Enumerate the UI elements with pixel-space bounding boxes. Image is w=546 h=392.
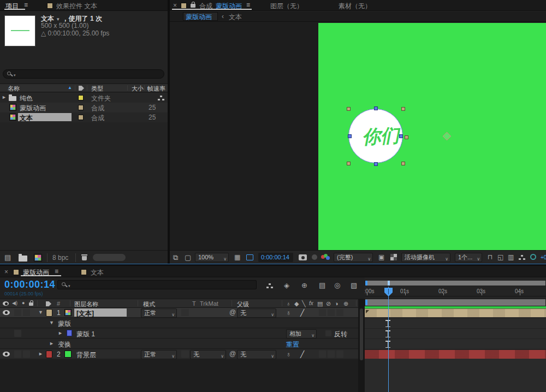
viewer-timecode[interactable]: 0:00:00:14 [261, 254, 289, 260]
column-fps[interactable]: 帧速率 [147, 85, 165, 93]
transform-label[interactable]: 变换 [58, 340, 71, 349]
switch-box[interactable] [336, 309, 343, 316]
twirl-down-icon[interactable]: ▼ [49, 320, 54, 325]
switch-box[interactable] [328, 309, 335, 316]
new-folder-icon[interactable] [19, 256, 27, 262]
frame-blending-icon[interactable]: ▤ [319, 282, 325, 289]
layer-name[interactable]: [文本] [76, 309, 94, 318]
grid-guides-icon[interactable]: ▦ [234, 254, 240, 260]
table-row[interactable]: 蒙版动画 合成 25 [0, 103, 168, 112]
twirl-down-icon[interactable]: ▼ [38, 310, 43, 315]
masks-group-row[interactable]: ▼ 蒙版 [0, 318, 361, 328]
mask-name[interactable]: 蒙版 1 [76, 330, 95, 339]
trkmat-dropdown[interactable]: 无 ∨ [190, 350, 226, 359]
bit-depth-button[interactable]: 8 bpc [52, 254, 68, 262]
new-composition-icon[interactable] [34, 254, 42, 262]
lock-icon[interactable] [191, 4, 195, 8]
layer-2-duration-bar[interactable] [365, 350, 546, 359]
pickwhip-icon[interactable]: @ [229, 351, 236, 357]
graph-editor-icon[interactable]: ▧ [351, 282, 357, 289]
selection-handle[interactable] [347, 162, 351, 165]
mask-vertex-handle[interactable] [374, 162, 378, 166]
parent-dropdown[interactable]: 无 ∨ [237, 308, 276, 318]
label-color-swatch[interactable] [78, 95, 84, 100]
column-size[interactable]: 大小 [132, 85, 144, 93]
show-snapshot-icon[interactable] [312, 254, 317, 260]
work-area-start-handle[interactable] [365, 281, 367, 286]
region-of-interest-icon[interactable] [246, 254, 253, 260]
layer-row-1[interactable]: ▼ 1 [文本] 正常 ∨ @ 无 ∨ ♁ ╱ [0, 308, 361, 318]
work-area-handle[interactable] [365, 300, 367, 305]
mask-1-row[interactable]: ► 蒙版 1 相加 ∨ 反转 [0, 329, 361, 338]
mask-color-swatch[interactable] [67, 330, 72, 336]
blend-mode-dropdown[interactable]: 正常 ∨ [141, 308, 177, 318]
hide-shy-layers-icon[interactable]: ⊕ [301, 282, 307, 289]
tab-effect-controls[interactable]: 效果控件 文本 [56, 2, 97, 11]
panel-menu-icon[interactable]: ≡ [24, 2, 28, 8]
item-dropdown-icon[interactable]: ▼ [56, 17, 60, 22]
selection-handle[interactable] [401, 107, 405, 111]
timeline-track-area[interactable]: 0:00s 01s 02s 03s 04s [365, 277, 546, 392]
column-type[interactable]: 类型 [91, 85, 103, 93]
work-area-bar[interactable] [365, 280, 546, 286]
mask-blend-dropdown[interactable]: 相加 ∨ [286, 329, 317, 338]
fast-previews-icon[interactable]: ▣ [378, 254, 384, 260]
scrollbar-thumb[interactable] [360, 308, 363, 360]
flowchart-icon[interactable] [519, 255, 525, 260]
selection-handle[interactable] [401, 162, 405, 165]
column-parent[interactable]: 父级 [237, 300, 249, 308]
viewer-canvas[interactable]: 你们 [170, 22, 546, 250]
reset-link[interactable]: 重置 [286, 340, 299, 349]
current-time-display[interactable]: 0:00:00:14 00014 (25.00 fps) [4, 279, 55, 296]
tab-layer[interactable]: 图层（无） [270, 2, 303, 11]
label-color-swatch[interactable] [78, 115, 84, 120]
table-row[interactable]: ► 纯色 文件夹 [0, 93, 168, 103]
mask-vertex-handle[interactable] [399, 134, 403, 138]
switch-box[interactable] [14, 309, 21, 316]
row-name[interactable]: 纯色 [20, 94, 33, 103]
histogram-icon[interactable]: ▥ [508, 254, 514, 260]
panel-menu-icon[interactable]: ≡ [246, 2, 250, 8]
scrollbar-thumb[interactable] [93, 254, 126, 261]
column-layer-name[interactable]: 图层名称 [74, 300, 98, 308]
row-name[interactable]: 文本 [20, 114, 33, 123]
exposure-value[interactable]: +0 [541, 254, 546, 260]
column-t[interactable]: T [192, 300, 196, 307]
parent-dropdown[interactable]: 无 ∨ [237, 350, 276, 359]
close-icon[interactable]: × [173, 2, 177, 9]
switch-box[interactable] [14, 351, 21, 358]
label-column-icon[interactable] [79, 86, 84, 91]
pickwhip-icon[interactable]: @ [229, 309, 236, 316]
motion-blur-icon[interactable]: ◎ [334, 282, 340, 289]
panel-menu-icon[interactable]: ≡ [55, 268, 58, 275]
visibility-eye-icon[interactable] [3, 352, 10, 357]
mask-circle-layer[interactable]: 你们 [348, 109, 403, 163]
twirl-right-icon[interactable]: ► [38, 352, 43, 357]
exposure-aperture-icon[interactable] [530, 254, 536, 260]
twirl-right-icon[interactable]: ► [58, 331, 63, 336]
layer-name[interactable]: 背景层 [76, 351, 96, 360]
item-thumbnail[interactable] [4, 15, 35, 46]
switch-box[interactable] [328, 351, 335, 358]
sort-asc-icon[interactable]: ▲ [68, 85, 72, 90]
column-trkmat[interactable]: TrkMat [200, 300, 218, 307]
switch-box[interactable] [319, 309, 326, 316]
label-color-swatch[interactable] [78, 105, 84, 110]
channel-rgb-icon[interactable] [321, 254, 330, 260]
shy-switch[interactable]: ♁ [286, 310, 291, 316]
switch-box[interactable] [336, 351, 343, 358]
view-layout-dropdown[interactable]: 1个... ∨ [455, 253, 482, 262]
switch-box[interactable] [319, 351, 326, 358]
mask-vertex-handle[interactable] [348, 134, 352, 138]
switch-box[interactable] [23, 309, 30, 316]
quality-switch[interactable]: ╱ [300, 351, 304, 358]
column-mode[interactable]: 模式 [143, 300, 155, 308]
table-row-selected[interactable]: 文本 合成 25 [0, 112, 168, 122]
layer-row-2[interactable]: ► 2 背景层 正常 ∨ 无 ∨ @ 无 ∨ ♁ ╱ [0, 349, 361, 359]
camera-dropdown[interactable]: 活动摄像机 ∨ [401, 253, 450, 262]
timecode-main[interactable]: 0:00:00:14 [4, 279, 55, 290]
draft-3d-icon[interactable]: ◈ [284, 282, 289, 289]
playhead-line[interactable] [388, 287, 389, 392]
transform-row[interactable]: ► 变换 重置 [0, 339, 361, 349]
timeline-scrollbar[interactable] [358, 299, 365, 392]
